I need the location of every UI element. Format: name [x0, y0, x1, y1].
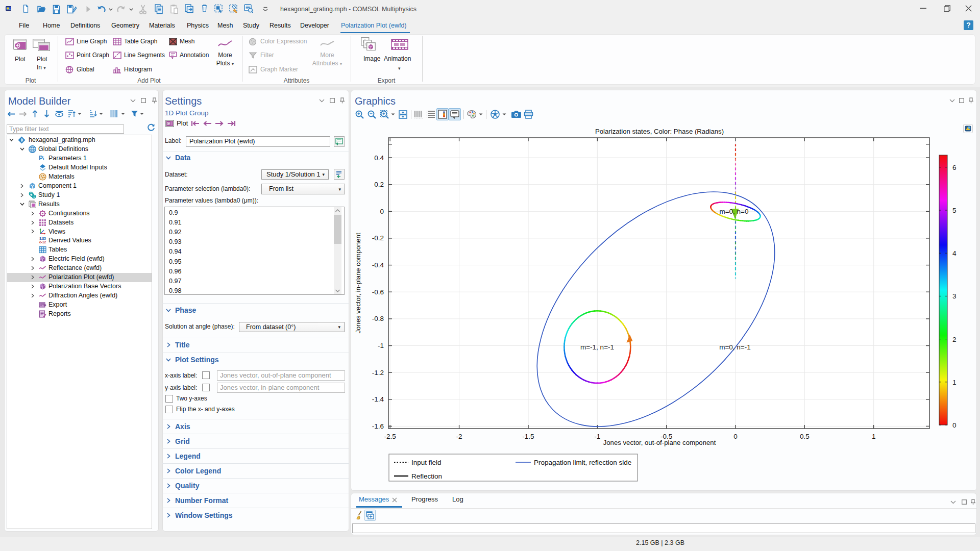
- svg-text:3: 3: [952, 292, 957, 300]
- svg-text:4: 4: [952, 249, 957, 257]
- svg-text:-1.2: -1.2: [372, 369, 384, 377]
- svg-text:-0.2: -0.2: [372, 234, 384, 242]
- svg-text:Jones vector, out-of-plane com: Jones vector, out-of-plane component: [603, 439, 716, 446]
- svg-text:m=-1, n=-1: m=-1, n=-1: [580, 343, 614, 351]
- svg-text:-1.4: -1.4: [372, 395, 384, 403]
- svg-text:-1: -1: [594, 433, 600, 440]
- svg-text:m=0, n=-1: m=0, n=-1: [719, 343, 751, 351]
- svg-text:-1.5: -1.5: [522, 433, 534, 440]
- svg-text:0: 0: [733, 433, 738, 440]
- svg-text:-1.6: -1.6: [372, 422, 384, 430]
- svg-text:0.5: 0.5: [800, 433, 810, 440]
- svg-text:-2: -2: [456, 433, 462, 440]
- svg-text:0.4: 0.4: [374, 154, 384, 162]
- svg-text:-0.6: -0.6: [372, 288, 384, 296]
- svg-text:Reflection: Reflection: [411, 472, 442, 480]
- svg-text:Polarization states, Color: Ph: Polarization states, Color: Phase (Radia…: [595, 128, 724, 135]
- svg-text:0.2: 0.2: [374, 181, 384, 188]
- svg-text:0: 0: [952, 421, 957, 429]
- svg-text:5: 5: [952, 207, 957, 214]
- svg-text:0: 0: [380, 208, 384, 215]
- svg-text:-0.8: -0.8: [372, 315, 384, 322]
- svg-text:m=0, n=0: m=0, n=0: [719, 208, 748, 215]
- svg-text:-2.5: -2.5: [384, 433, 396, 440]
- svg-text:Input field: Input field: [411, 459, 442, 466]
- svg-text:Jones vector, in-plane compone: Jones vector, in-plane component: [354, 233, 362, 334]
- svg-text:-0.4: -0.4: [372, 261, 384, 269]
- svg-text:1: 1: [952, 379, 957, 386]
- svg-text:2: 2: [952, 336, 957, 343]
- svg-text:6: 6: [952, 164, 957, 171]
- svg-text:1: 1: [872, 433, 876, 440]
- svg-text:Propagation limit, reflection: Propagation limit, reflection side: [534, 459, 631, 466]
- svg-text:-1: -1: [378, 342, 384, 349]
